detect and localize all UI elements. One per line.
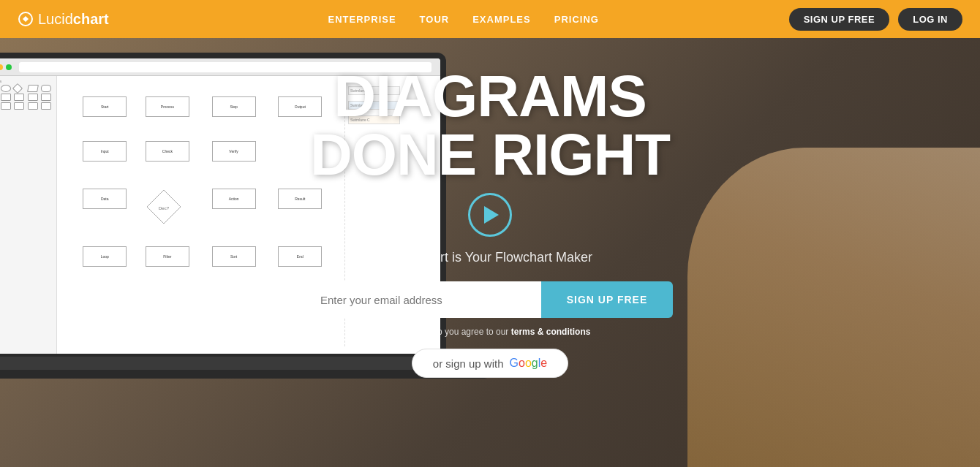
logo[interactable]: Lucidchart bbox=[18, 11, 109, 28]
terms-text: By signing up you agree to our terms & c… bbox=[390, 327, 591, 337]
logo-text: Lucidchart bbox=[38, 11, 109, 28]
hero-signup-button[interactable]: SIGN UP FREE bbox=[541, 281, 673, 318]
hero-section: Shapes bbox=[0, 38, 980, 467]
google-signup-prefix: or sign up with bbox=[433, 357, 504, 370]
nav-tour[interactable]: TOUR bbox=[420, 14, 450, 25]
nav-signup-button[interactable]: SIGN UP FREE bbox=[789, 8, 890, 31]
nav-pricing[interactable]: PRICING bbox=[554, 14, 599, 25]
nav-examples[interactable]: EXAMPLES bbox=[472, 14, 531, 25]
hero-subtitle: Lucidchart is Your Flowchart Maker bbox=[388, 250, 592, 265]
logo-icon bbox=[18, 11, 34, 27]
signup-form: SIGN UP FREE bbox=[307, 281, 673, 318]
navbar-links: ENTERPRISE TOUR EXAMPLES PRICING bbox=[138, 14, 789, 25]
hero-title: DIAGRAMS DONE RIGHT bbox=[310, 67, 670, 184]
terms-link[interactable]: terms & conditions bbox=[511, 327, 591, 337]
play-button[interactable] bbox=[468, 193, 512, 237]
navbar: Lucidchart ENTERPRISE TOUR EXAMPLES PRIC… bbox=[0, 0, 980, 38]
google-signup-button[interactable]: or sign up with Google bbox=[412, 349, 568, 378]
play-icon bbox=[484, 206, 499, 224]
navbar-actions: SIGN UP FREE LOG IN bbox=[789, 8, 962, 31]
nav-login-button[interactable]: LOG IN bbox=[898, 8, 962, 31]
email-input[interactable] bbox=[307, 281, 541, 318]
nav-enterprise[interactable]: ENTERPRISE bbox=[328, 14, 396, 25]
google-logo-text: Google bbox=[510, 357, 548, 370]
hero-content: DIAGRAMS DONE RIGHT Lucidchart is Your F… bbox=[0, 38, 980, 467]
